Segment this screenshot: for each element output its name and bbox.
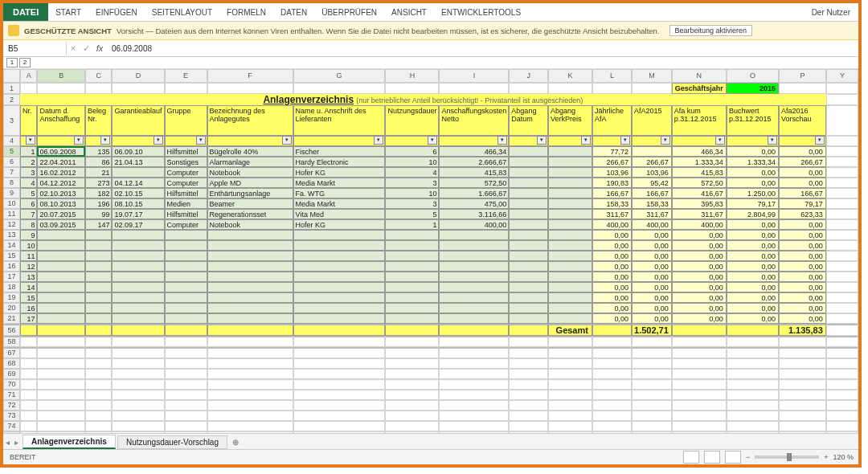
cell[interactable] xyxy=(509,272,548,282)
cell[interactable]: 395,83 xyxy=(672,198,727,209)
cell[interactable]: 16 xyxy=(20,303,38,313)
cell[interactable]: 572,50 xyxy=(439,178,509,188)
cell[interactable]: Computer xyxy=(165,167,207,178)
cell[interactable]: 158,33 xyxy=(592,198,632,209)
cell[interactable]: 0,00 xyxy=(727,303,779,313)
cell[interactable]: 400,00 xyxy=(439,219,509,230)
cell[interactable] xyxy=(85,303,112,313)
cell[interactable] xyxy=(548,188,592,198)
filter-dropdown[interactable]: ▾ xyxy=(620,136,630,145)
cell[interactable]: 0,00 xyxy=(727,272,779,282)
row-header-68[interactable]: 68 xyxy=(3,358,20,369)
cell[interactable] xyxy=(439,251,509,261)
cell[interactable]: 08.10.2013 xyxy=(37,198,85,209)
col-header-G[interactable]: G xyxy=(293,69,386,83)
cell[interactable]: 02.09.17 xyxy=(112,219,164,230)
cell[interactable]: 0,00 xyxy=(632,272,672,282)
cell[interactable]: 86 xyxy=(85,157,112,167)
cell[interactable] xyxy=(85,272,112,282)
row-header-69[interactable]: 69 xyxy=(3,369,20,379)
row-header-5[interactable]: 5 xyxy=(3,146,20,157)
col-header-F[interactable]: F xyxy=(207,69,293,83)
cell[interactable]: 273 xyxy=(85,178,112,188)
cell[interactable]: 0,00 xyxy=(727,178,779,188)
cell[interactable]: 3.116,66 xyxy=(439,209,509,219)
cell[interactable] xyxy=(207,303,293,313)
cell[interactable]: 0,00 xyxy=(779,272,826,282)
row-header-6[interactable]: 6 xyxy=(3,157,20,167)
cell[interactable]: 0,00 xyxy=(592,251,632,261)
cell[interactable]: 0,00 xyxy=(727,146,779,157)
cell[interactable]: 10 xyxy=(385,188,439,198)
filter-dropdown[interactable]: ▾ xyxy=(581,136,591,145)
view-pagelayout-button[interactable] xyxy=(704,451,720,464)
cell[interactable] xyxy=(548,219,592,230)
col-header-L[interactable]: L xyxy=(592,69,632,83)
geschaeftsjahr-value[interactable]: 2015 xyxy=(727,83,779,94)
cell[interactable]: 0,00 xyxy=(779,313,826,324)
cell[interactable] xyxy=(207,251,293,261)
filter-dropdown[interactable]: ▾ xyxy=(715,136,725,145)
cell[interactable] xyxy=(439,230,509,240)
cell[interactable] xyxy=(165,282,207,292)
cell[interactable]: 0,00 xyxy=(672,272,727,282)
cell[interactable]: 79,17 xyxy=(727,198,779,209)
cell[interactable]: 02.10.2013 xyxy=(37,188,85,198)
cell[interactable] xyxy=(632,146,672,157)
row-header-72[interactable]: 72 xyxy=(3,400,20,411)
cell[interactable] xyxy=(37,251,85,261)
cell[interactable]: 0,00 xyxy=(632,240,672,251)
row-header-14[interactable]: 14 xyxy=(3,240,20,251)
cell[interactable]: Computer xyxy=(165,219,207,230)
cell[interactable] xyxy=(548,292,592,303)
cell[interactable] xyxy=(548,313,592,324)
cell[interactable] xyxy=(439,240,509,251)
cell[interactable]: 623,33 xyxy=(779,209,826,219)
cell[interactable]: 5 xyxy=(20,188,38,198)
cell[interactable] xyxy=(165,313,207,324)
cell[interactable]: Hilfsmittel xyxy=(165,209,207,219)
cell[interactable] xyxy=(112,167,164,178)
cell[interactable] xyxy=(548,209,592,219)
cell[interactable] xyxy=(207,261,293,272)
cell[interactable]: 311,67 xyxy=(592,209,632,219)
cell[interactable]: 0,00 xyxy=(592,313,632,324)
cell[interactable]: 04.12.2012 xyxy=(37,178,85,188)
row-header-70[interactable]: 70 xyxy=(3,379,20,390)
cell[interactable]: 02.10.15 xyxy=(112,188,164,198)
cell[interactable]: 166,67 xyxy=(632,188,672,198)
row-header-15[interactable]: 15 xyxy=(3,251,20,261)
cell[interactable] xyxy=(207,282,293,292)
cell[interactable]: Vita Med xyxy=(293,209,386,219)
cell[interactable]: 1.333,34 xyxy=(672,157,727,167)
cell[interactable]: 3 xyxy=(20,167,38,178)
cell[interactable] xyxy=(165,251,207,261)
cell[interactable] xyxy=(293,292,386,303)
cell[interactable]: 0,00 xyxy=(632,313,672,324)
cell[interactable]: 13 xyxy=(20,272,38,282)
row-header-21[interactable]: 21 xyxy=(3,313,20,324)
cell[interactable] xyxy=(85,282,112,292)
cell[interactable] xyxy=(548,251,592,261)
formula-input[interactable]: 06.09.2008 xyxy=(107,43,858,55)
cell[interactable] xyxy=(165,230,207,240)
cell[interactable] xyxy=(509,261,548,272)
col-header-Y[interactable]: Y xyxy=(826,69,858,83)
cell[interactable]: 572,50 xyxy=(672,178,727,188)
cell[interactable]: Apple MD xyxy=(207,178,293,188)
filter-dropdown[interactable]: ▾ xyxy=(428,136,437,145)
ribbon-tab-formulas[interactable]: FORMELN xyxy=(219,5,273,20)
filter-dropdown[interactable]: ▾ xyxy=(661,136,670,145)
cell[interactable]: 0,00 xyxy=(727,167,779,178)
ribbon-tab-view[interactable]: ANSICHT xyxy=(384,5,434,20)
cell[interactable]: 7 xyxy=(20,209,38,219)
cell[interactable] xyxy=(548,303,592,313)
cell[interactable]: Media Markt xyxy=(293,198,386,209)
zoom-out-button[interactable]: − xyxy=(746,453,750,461)
cell[interactable]: 21.04.13 xyxy=(112,157,164,167)
filter-dropdown[interactable]: ▾ xyxy=(815,136,825,145)
cell[interactable] xyxy=(293,313,386,324)
cell[interactable] xyxy=(548,282,592,292)
cell[interactable] xyxy=(112,261,164,272)
cell[interactable] xyxy=(385,292,439,303)
